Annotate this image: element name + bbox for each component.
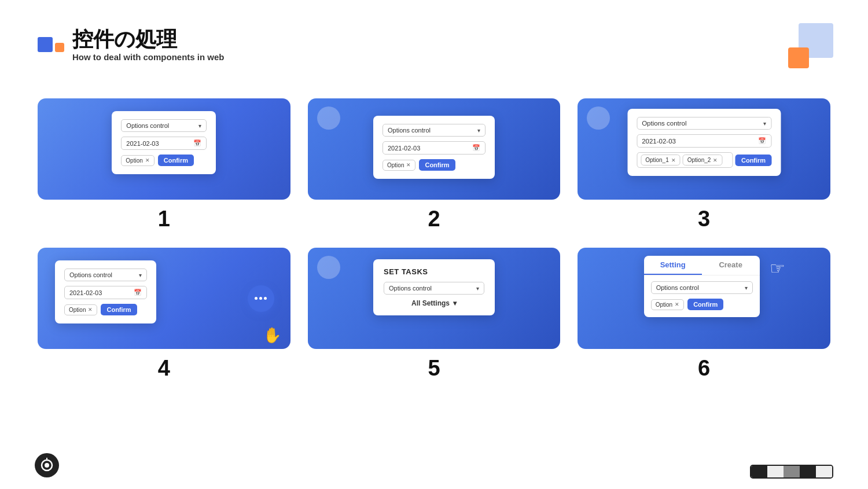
card-2-select[interactable]: Options control ▾ <box>382 124 486 137</box>
logo-icon <box>39 457 55 473</box>
card-3-date[interactable]: 2021-02-03 📅 <box>637 134 771 148</box>
card-3-tag2-remove-icon[interactable]: ✕ <box>713 157 718 163</box>
icon-orange-square <box>55 43 64 52</box>
card-2-date[interactable]: 2021-02-03 📅 <box>382 141 486 155</box>
card-6-tag-label: Option <box>656 302 672 308</box>
card-6-tab-create[interactable]: Create <box>702 256 760 275</box>
card-4: Options control ▾ 2021-02-03 📅 Option ✕ <box>38 248 290 381</box>
card-4-fab[interactable] <box>248 285 274 312</box>
bar-seg-3 <box>784 466 800 477</box>
footer-logo <box>35 453 59 477</box>
card-1-chevron-icon: ▾ <box>198 123 201 129</box>
card-4-select[interactable]: Options control ▾ <box>64 269 147 281</box>
card-4-date-row: 2021-02-03 📅 <box>64 286 147 299</box>
card-2-confirm-button[interactable]: Confirm <box>419 159 455 171</box>
card-1-select[interactable]: Options control ▾ <box>121 119 207 132</box>
card-3-tag2-label: Option_2 <box>687 157 711 163</box>
card-4-tag-remove-icon[interactable]: ✕ <box>88 307 93 312</box>
card-6: Setting Create Options control ▾ Option … <box>578 248 830 381</box>
card-6-select[interactable]: Options control ▾ <box>651 281 753 294</box>
card-1-ui: Options control ▾ 2021-02-03 📅 Option ✕ <box>112 111 216 174</box>
card-1-date-row: 2021-02-03 📅 <box>121 137 207 150</box>
card-6-number: 6 <box>698 356 710 381</box>
card-2-circle-deco <box>317 106 340 130</box>
card-4-date[interactable]: 2021-02-03 📅 <box>64 286 147 299</box>
card-3-multi-tag[interactable]: Option_1 ✕ Option_2 ✕ <box>637 152 733 168</box>
card-5-all-settings-label: All Settings <box>411 299 450 307</box>
card-6-tag-row: Option ✕ Confirm <box>651 299 753 310</box>
card-5-select[interactable]: Options control ▾ <box>384 282 484 295</box>
card-3-date-value: 2021-02-03 <box>642 138 676 145</box>
card-1-confirm-button[interactable]: Confirm <box>158 155 194 166</box>
card-6-tabs: Setting Create <box>644 256 760 275</box>
card-1: Options control ▾ 2021-02-03 📅 Option ✕ <box>38 98 290 231</box>
card-4-select-row: Options control ▾ <box>64 269 147 281</box>
card-4-date-value: 2021-02-03 <box>69 289 102 296</box>
card-3-tag1-remove-icon[interactable]: ✕ <box>671 157 676 163</box>
card-1-date[interactable]: 2021-02-03 📅 <box>121 137 207 150</box>
card-4-number: 4 <box>158 356 170 381</box>
card-5-visual: SET TASKS Options control ▾ All Settings… <box>308 248 561 349</box>
card-1-select-label: Options control <box>126 122 169 129</box>
bar-seg-2 <box>767 466 784 477</box>
card-1-tag-row: Option ✕ Confirm <box>121 155 207 166</box>
card-2-select-row: Options control ▾ <box>382 124 486 137</box>
card-1-tag-remove-icon[interactable]: ✕ <box>145 157 150 163</box>
card-2-date-value: 2021-02-03 <box>388 145 420 152</box>
card-grid: Options control ▾ 2021-02-03 📅 Option ✕ <box>38 98 830 381</box>
card-3: Options control ▾ 2021-02-03 📅 Option_1 … <box>578 98 830 231</box>
card-3-chevron-icon: ▾ <box>763 120 766 127</box>
card-6-ui: Setting Create Options control ▾ Option … <box>644 256 760 317</box>
card-3-tag1[interactable]: Option_1 ✕ <box>641 155 681 166</box>
fab-dot-2 <box>259 297 262 300</box>
card-1-visual: Options control ▾ 2021-02-03 📅 Option ✕ <box>38 98 290 200</box>
card-5-all-settings[interactable]: All Settings ▾ <box>384 299 484 307</box>
card-5-ui: SET TASKS Options control ▾ All Settings… <box>373 259 495 315</box>
fab-dot-1 <box>255 297 258 300</box>
card-6-select-label: Options control <box>656 284 699 291</box>
card-3-date-row: 2021-02-03 📅 <box>637 134 771 148</box>
card-4-confirm-button[interactable]: Confirm <box>101 304 137 315</box>
card-6-tab-setting[interactable]: Setting <box>644 256 702 275</box>
card-2-visual: Options control ▾ 2021-02-03 📅 Option ✕ <box>308 98 561 200</box>
page-subtitle: How to deal with components in web <box>72 52 225 62</box>
card-6-tag[interactable]: Option ✕ <box>651 299 684 310</box>
card-4-tag[interactable]: Option ✕ <box>64 304 97 315</box>
card-4-tag-row: Option ✕ Confirm <box>64 304 147 315</box>
page-header: 控件の処理 How to deal with components in web <box>38 28 225 62</box>
card-6-confirm-button[interactable]: Confirm <box>687 299 723 310</box>
card-5-set-tasks-title: SET TASKS <box>384 267 484 276</box>
card-3-visual: Options control ▾ 2021-02-03 📅 Option_1 … <box>578 98 830 200</box>
card-3-select-label: Options control <box>642 120 686 127</box>
card-3-select-row: Options control ▾ <box>637 117 771 130</box>
page-title: 控件の処理 <box>72 28 225 51</box>
card-2-tag-row: Option ✕ Confirm <box>382 159 486 171</box>
icon-blue-square <box>38 37 53 52</box>
bar-seg-4 <box>800 466 816 477</box>
fab-dots <box>255 297 267 300</box>
card-3-select[interactable]: Options control ▾ <box>637 117 771 130</box>
card-4-tag-label: Option <box>69 307 86 313</box>
card-5-all-settings-chevron-icon: ▾ <box>453 299 457 307</box>
card-6-tab-content: Options control ▾ Option ✕ Confirm <box>644 275 760 317</box>
bar-seg-1 <box>751 466 767 477</box>
card-3-confirm-button[interactable]: Confirm <box>735 155 771 166</box>
card-1-tag[interactable]: Option ✕ <box>121 155 154 166</box>
card-6-tag-remove-icon[interactable]: ✕ <box>675 302 679 307</box>
card-5-chevron-icon: ▾ <box>476 285 479 292</box>
card-2-tag-remove-icon[interactable]: ✕ <box>406 162 411 168</box>
card-2-tag-label: Option <box>387 162 404 168</box>
bar-seg-5 <box>816 466 832 477</box>
card-5: SET TASKS Options control ▾ All Settings… <box>308 248 561 381</box>
card-3-tag1-label: Option_1 <box>645 157 669 163</box>
card-2: Options control ▾ 2021-02-03 📅 Option ✕ <box>308 98 561 231</box>
card-6-visual: Setting Create Options control ▾ Option … <box>578 248 830 349</box>
card-3-tag2[interactable]: Option_2 ✕ <box>683 155 723 166</box>
fab-dot-3 <box>264 297 267 300</box>
cursor-hand-icon: 🤚 <box>263 326 281 344</box>
footer-bar <box>750 465 833 479</box>
card-5-select-row: Options control ▾ <box>384 282 484 295</box>
card-6-chevron-icon: ▾ <box>745 285 748 291</box>
card-2-tag[interactable]: Option ✕ <box>382 160 415 171</box>
card-5-select-label: Options control <box>389 285 432 292</box>
